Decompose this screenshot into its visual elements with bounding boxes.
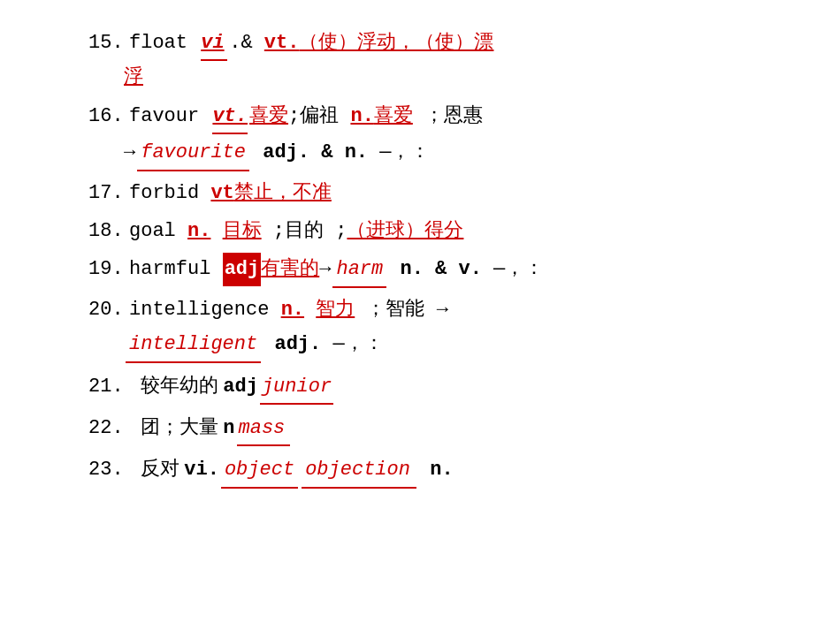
entry-20-word: intelligence	[129, 293, 281, 326]
entry-15-meaning2: 浮	[124, 61, 143, 94]
entry-18-word: goal	[129, 215, 187, 247]
entry-18-sep2: ;	[335, 215, 347, 247]
entry-22-zh: 团；大量	[141, 410, 224, 443]
entry-15-num: 15.	[88, 27, 124, 59]
entry-18-num: 18.	[88, 215, 124, 247]
entry-18-meaning2: （进球）得分	[347, 215, 463, 247]
entry-15-blank1: vi	[201, 27, 227, 61]
entry-21-zh: 较年幼的	[141, 368, 224, 401]
entry-20: 20. intelligence n. 智力 ；智能 → intelligent…	[88, 293, 769, 363]
entry-20-dash: —，：	[321, 328, 383, 361]
entry-23-blank2: objection	[302, 453, 416, 488]
entry-15-vt: vt.	[264, 27, 300, 59]
entry-21-num: 21.	[88, 370, 135, 403]
entry-16-meaning2: 喜爱	[374, 100, 413, 133]
entry-16: 16. favour vt. 喜爱 ;偏祖 n. 喜爱 ；恩惠 → favour…	[88, 100, 769, 171]
entry-20-num: 20.	[88, 293, 124, 326]
entry-17-word: forbid	[129, 177, 210, 209]
entry-19-dash: —，：	[482, 253, 544, 285]
entry-21-blank: junior	[260, 370, 333, 405]
entry-16-sep2: ；恩惠	[413, 100, 483, 133]
entry-18: 18. goal n. 目标 ;目的 ; （进球）得分	[88, 215, 769, 247]
entry-20-blank: intelligent	[126, 328, 261, 362]
entry-18-n: n.	[187, 215, 210, 247]
entry-23-zh: 反对	[141, 452, 185, 484]
entry-16-blank2: favourite	[137, 136, 249, 171]
vocabulary-list: 15. float vi .& vt. （使）浮动，（使）漂 浮 16. fav…	[88, 27, 769, 489]
entry-16-num: 16.	[88, 100, 124, 133]
entry-20-sep: ；智能	[355, 293, 436, 326]
entry-19-meaning1: 有害的	[261, 253, 319, 285]
entry-16-sep: ;偏祖	[288, 100, 350, 133]
entry-17: 17. forbid vt 禁止，不准	[88, 177, 769, 209]
entry-19-adj: adj	[223, 253, 262, 285]
entry-19-num: 19.	[88, 253, 124, 285]
entry-22-blank: mass	[237, 412, 290, 446]
entry-22-n: n	[223, 412, 234, 444]
entry-15-amp: .&	[229, 27, 264, 59]
entry-16-dash: —，：	[368, 136, 430, 169]
entry-17-num: 17.	[88, 177, 124, 209]
entry-16-n: n.	[350, 100, 373, 133]
entry-23-n2: n.	[418, 453, 454, 486]
entry-16-word: favour	[129, 100, 210, 133]
entry-20-adj: adj.	[263, 328, 321, 361]
entry-20-n: n.	[281, 293, 304, 326]
entry-21-adj: adj	[223, 370, 258, 403]
entry-19-blank: harm	[332, 253, 386, 287]
entry-21: 21. 较年幼的 adj junior	[88, 368, 769, 405]
entry-19-word: harmful	[129, 253, 223, 285]
entry-20-meaning1: 智力	[316, 293, 355, 326]
entry-18-meaning1: 目标	[223, 215, 262, 247]
entry-15-meaning: （使）浮动，（使）漂	[299, 27, 493, 59]
entry-19-nv: n. & v.	[388, 253, 482, 285]
entry-22-num: 22.	[88, 412, 135, 444]
entry-16-blank1: vt.	[212, 100, 248, 134]
entry-23-vi: vi.	[184, 453, 219, 486]
entry-22: 22. 团；大量 n mass	[88, 410, 769, 446]
entry-23: 23. 反对 vi. object objection n.	[88, 452, 769, 488]
entry-23-num: 23.	[88, 453, 135, 486]
entry-15: 15. float vi .& vt. （使）浮动，（使）漂 浮	[88, 27, 769, 95]
entry-15-word: float	[129, 27, 199, 59]
entry-17-meaning: 禁止，不准	[234, 177, 332, 209]
entry-19: 19. harmful adj 有害的 → harm n. & v. —，：	[88, 253, 769, 287]
entry-18-sep: ;目的	[262, 215, 336, 247]
entry-16-adj: adj. & n.	[251, 136, 368, 169]
entry-23-blank1: object	[221, 453, 298, 488]
entry-19-arrow: →	[319, 253, 331, 285]
entry-16-meaning1: 喜爱	[249, 100, 288, 133]
entry-16-arrow: →	[124, 136, 135, 169]
entry-17-vt: vt	[210, 177, 233, 209]
entry-20-arrow: →	[437, 293, 448, 326]
